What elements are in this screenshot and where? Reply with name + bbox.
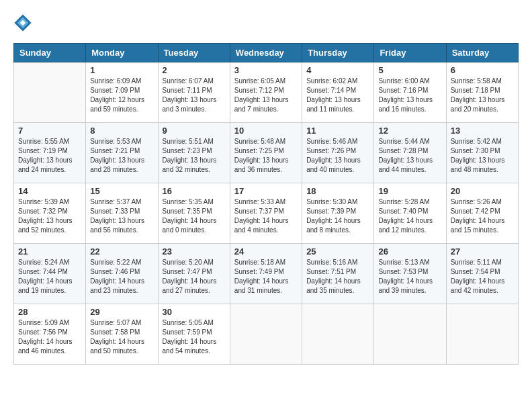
day-number: 26: [378, 246, 441, 257]
day-number: 14: [18, 186, 81, 196]
day-number: 2: [163, 65, 226, 75]
calendar-cell: 30Sunrise: 5:05 AM Sunset: 7:59 PM Dayli…: [158, 304, 230, 365]
day-info: Sunrise: 5:55 AM Sunset: 7:19 PM Dayligh…: [18, 137, 81, 175]
day-info: Sunrise: 5:44 AM Sunset: 7:28 PM Dayligh…: [378, 137, 441, 175]
calendar-cell: 7Sunrise: 5:55 AM Sunset: 7:19 PM Daylig…: [14, 123, 86, 183]
calendar-cell: 18Sunrise: 5:30 AM Sunset: 7:39 PM Dayli…: [302, 183, 374, 244]
day-number: 5: [378, 65, 441, 75]
column-header-thursday: Thursday: [302, 44, 374, 62]
day-info: Sunrise: 6:07 AM Sunset: 7:11 PM Dayligh…: [163, 77, 226, 114]
day-info: Sunrise: 6:00 AM Sunset: 7:16 PM Dayligh…: [378, 77, 441, 114]
calendar-cell: 13Sunrise: 5:42 AM Sunset: 7:30 PM Dayli…: [446, 123, 518, 183]
calendar-cell: 4Sunrise: 6:02 AM Sunset: 7:14 PM Daylig…: [302, 62, 374, 123]
day-info: Sunrise: 5:46 AM Sunset: 7:26 PM Dayligh…: [306, 137, 369, 175]
day-number: 21: [18, 246, 81, 257]
day-number: 20: [451, 186, 514, 196]
calendar-cell: 5Sunrise: 6:00 AM Sunset: 7:16 PM Daylig…: [374, 62, 446, 123]
day-number: 24: [234, 246, 298, 257]
day-info: Sunrise: 5:58 AM Sunset: 7:18 PM Dayligh…: [451, 77, 514, 114]
logo: [13, 13, 36, 32]
calendar-cell: 12Sunrise: 5:44 AM Sunset: 7:28 PM Dayli…: [374, 123, 446, 183]
column-header-wednesday: Wednesday: [230, 44, 302, 62]
calendar-cell: 3Sunrise: 6:05 AM Sunset: 7:12 PM Daylig…: [230, 62, 302, 123]
day-number: 16: [163, 186, 226, 196]
calendar-cell: [14, 62, 86, 123]
day-info: Sunrise: 6:09 AM Sunset: 7:09 PM Dayligh…: [90, 77, 153, 114]
day-number: 9: [163, 126, 226, 136]
day-number: 29: [90, 307, 153, 317]
day-number: 19: [378, 186, 441, 196]
day-info: Sunrise: 5:13 AM Sunset: 7:53 PM Dayligh…: [378, 258, 441, 295]
day-info: Sunrise: 5:42 AM Sunset: 7:30 PM Dayligh…: [451, 137, 514, 175]
day-info: Sunrise: 5:07 AM Sunset: 7:58 PM Dayligh…: [90, 318, 153, 356]
day-info: Sunrise: 5:39 AM Sunset: 7:32 PM Dayligh…: [18, 197, 81, 235]
week-row-1: 1Sunrise: 6:09 AM Sunset: 7:09 PM Daylig…: [14, 62, 519, 123]
day-number: 6: [451, 65, 514, 75]
day-info: Sunrise: 5:33 AM Sunset: 7:37 PM Dayligh…: [234, 197, 298, 235]
day-number: 7: [18, 126, 81, 136]
day-number: 18: [306, 186, 369, 196]
calendar-cell: 14Sunrise: 5:39 AM Sunset: 7:32 PM Dayli…: [14, 183, 86, 244]
day-number: 15: [90, 186, 153, 196]
day-number: 27: [451, 246, 514, 257]
calendar-cell: 21Sunrise: 5:24 AM Sunset: 7:44 PM Dayli…: [14, 244, 86, 304]
day-info: Sunrise: 5:09 AM Sunset: 7:56 PM Dayligh…: [18, 318, 81, 356]
column-header-monday: Monday: [86, 44, 158, 62]
day-info: Sunrise: 5:11 AM Sunset: 7:54 PM Dayligh…: [451, 258, 514, 295]
week-row-2: 7Sunrise: 5:55 AM Sunset: 7:19 PM Daylig…: [14, 123, 519, 183]
calendar-cell: 11Sunrise: 5:46 AM Sunset: 7:26 PM Dayli…: [302, 123, 374, 183]
day-info: Sunrise: 5:24 AM Sunset: 7:44 PM Dayligh…: [18, 258, 81, 295]
logo-icon: [13, 13, 32, 32]
day-number: 28: [18, 307, 81, 317]
column-header-tuesday: Tuesday: [158, 44, 230, 62]
calendar-cell: 19Sunrise: 5:28 AM Sunset: 7:40 PM Dayli…: [374, 183, 446, 244]
day-info: Sunrise: 6:02 AM Sunset: 7:14 PM Dayligh…: [306, 77, 369, 114]
day-info: Sunrise: 5:28 AM Sunset: 7:40 PM Dayligh…: [378, 197, 441, 235]
day-info: Sunrise: 5:05 AM Sunset: 7:59 PM Dayligh…: [163, 318, 226, 356]
day-number: 25: [306, 246, 369, 257]
calendar-cell: 9Sunrise: 5:51 AM Sunset: 7:23 PM Daylig…: [158, 123, 230, 183]
calendar-cell: 16Sunrise: 5:35 AM Sunset: 7:35 PM Dayli…: [158, 183, 230, 244]
day-number: 12: [378, 126, 441, 136]
page-header: [13, 13, 519, 32]
day-number: 13: [451, 126, 514, 136]
day-number: 23: [163, 246, 226, 257]
day-number: 10: [234, 126, 298, 136]
day-info: Sunrise: 5:53 AM Sunset: 7:21 PM Dayligh…: [90, 137, 153, 175]
calendar-cell: 17Sunrise: 5:33 AM Sunset: 7:37 PM Dayli…: [230, 183, 302, 244]
calendar-cell: 8Sunrise: 5:53 AM Sunset: 7:21 PM Daylig…: [86, 123, 158, 183]
calendar-cell: 2Sunrise: 6:07 AM Sunset: 7:11 PM Daylig…: [158, 62, 230, 123]
calendar-cell: [302, 304, 374, 365]
day-info: Sunrise: 6:05 AM Sunset: 7:12 PM Dayligh…: [234, 77, 298, 114]
day-number: 1: [90, 65, 153, 75]
calendar-cell: 6Sunrise: 5:58 AM Sunset: 7:18 PM Daylig…: [446, 62, 518, 123]
day-info: Sunrise: 5:20 AM Sunset: 7:47 PM Dayligh…: [163, 258, 226, 295]
calendar-cell: 22Sunrise: 5:22 AM Sunset: 7:46 PM Dayli…: [86, 244, 158, 304]
calendar-cell: [374, 304, 446, 365]
column-header-saturday: Saturday: [446, 44, 518, 62]
calendar-cell: 15Sunrise: 5:37 AM Sunset: 7:33 PM Dayli…: [86, 183, 158, 244]
day-number: 8: [90, 126, 153, 136]
column-header-sunday: Sunday: [14, 44, 86, 62]
day-number: 11: [306, 126, 369, 136]
day-number: 4: [306, 65, 369, 75]
day-info: Sunrise: 5:26 AM Sunset: 7:42 PM Dayligh…: [451, 197, 514, 235]
day-number: 22: [90, 246, 153, 257]
day-info: Sunrise: 5:48 AM Sunset: 7:25 PM Dayligh…: [234, 137, 298, 175]
calendar-cell: [446, 304, 518, 365]
day-number: 30: [163, 307, 226, 317]
calendar-cell: [230, 304, 302, 365]
column-header-friday: Friday: [374, 44, 446, 62]
calendar-cell: 20Sunrise: 5:26 AM Sunset: 7:42 PM Dayli…: [446, 183, 518, 244]
calendar-cell: 28Sunrise: 5:09 AM Sunset: 7:56 PM Dayli…: [14, 304, 86, 365]
day-info: Sunrise: 5:18 AM Sunset: 7:49 PM Dayligh…: [234, 258, 298, 295]
calendar-cell: 23Sunrise: 5:20 AM Sunset: 7:47 PM Dayli…: [158, 244, 230, 304]
week-row-5: 28Sunrise: 5:09 AM Sunset: 7:56 PM Dayli…: [14, 304, 519, 365]
week-row-4: 21Sunrise: 5:24 AM Sunset: 7:44 PM Dayli…: [14, 244, 519, 304]
calendar-table: SundayMondayTuesdayWednesdayThursdayFrid…: [13, 43, 519, 365]
day-info: Sunrise: 5:35 AM Sunset: 7:35 PM Dayligh…: [163, 197, 226, 235]
calendar-cell: 1Sunrise: 6:09 AM Sunset: 7:09 PM Daylig…: [86, 62, 158, 123]
day-info: Sunrise: 5:37 AM Sunset: 7:33 PM Dayligh…: [90, 197, 153, 235]
calendar-header-row: SundayMondayTuesdayWednesdayThursdayFrid…: [14, 44, 519, 62]
day-info: Sunrise: 5:22 AM Sunset: 7:46 PM Dayligh…: [90, 258, 153, 295]
